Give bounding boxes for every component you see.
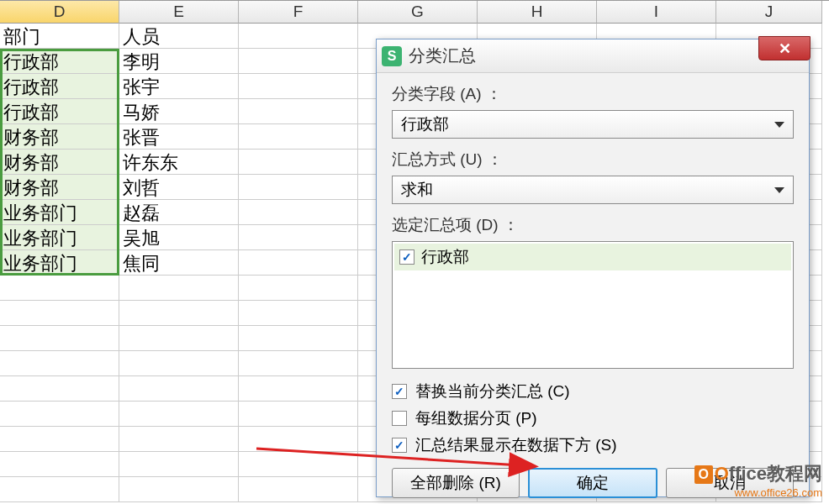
cell[interactable]: 人员 <box>119 24 239 49</box>
checkbox-icon[interactable]: ✓ <box>399 249 414 265</box>
cell[interactable] <box>119 326 239 351</box>
column-header-row: D E F G H I J <box>0 0 829 24</box>
cell[interactable] <box>239 74 358 99</box>
cell[interactable] <box>239 225 358 250</box>
dropdown-value: 求和 <box>401 179 433 201</box>
list-item[interactable]: ✓ 行政部 <box>394 244 791 270</box>
cell[interactable]: 马娇 <box>119 99 239 124</box>
dropdown-value: 行政部 <box>401 113 449 135</box>
cell[interactable]: 业务部门 <box>0 250 119 276</box>
items-label: 选定汇总项 (D) ： <box>392 214 794 236</box>
checkbox-icon[interactable] <box>392 411 407 426</box>
watermark-title: OOffice教程网 <box>694 461 822 486</box>
list-item-label: 行政部 <box>421 246 469 268</box>
cell[interactable] <box>239 326 358 351</box>
cell[interactable]: 赵磊 <box>119 200 239 225</box>
checkbox-icon[interactable]: ✓ <box>392 384 407 399</box>
cell[interactable]: 行政部 <box>0 49 119 74</box>
cell[interactable] <box>239 49 358 74</box>
cell[interactable]: 部门 <box>0 24 119 49</box>
cell[interactable] <box>239 402 358 427</box>
cell[interactable] <box>119 427 239 452</box>
cell[interactable]: 张宇 <box>119 74 239 99</box>
cell[interactable] <box>119 452 239 477</box>
cell[interactable]: 财务部 <box>0 175 119 200</box>
checkbox-label: 每组数据分页 (P) <box>415 407 537 429</box>
cell[interactable]: 财务部 <box>0 124 119 150</box>
cell[interactable] <box>239 351 358 376</box>
cell[interactable]: 刘哲 <box>119 175 239 200</box>
cell[interactable]: 行政部 <box>0 74 119 99</box>
cell[interactable] <box>0 402 119 427</box>
watermark-url: www.office26.com <box>694 486 822 499</box>
col-header-G[interactable]: G <box>358 1 478 24</box>
checkbox-label: 汇总结果显示在数据下方 (S) <box>415 434 617 456</box>
method-dropdown[interactable]: 求和 <box>392 176 794 204</box>
ok-button[interactable]: 确定 <box>528 468 657 498</box>
watermark: OOffice教程网 www.office26.com <box>694 461 822 499</box>
cell[interactable] <box>239 200 358 225</box>
dialog-body: 分类字段 (A) ： 行政部 汇总方式 (U) ： 求和 选定汇总项 (D) ：… <box>377 73 809 504</box>
cell[interactable] <box>239 427 358 452</box>
cell[interactable] <box>0 376 119 402</box>
cell[interactable] <box>0 351 119 376</box>
cell[interactable]: 李明 <box>119 49 239 74</box>
cell[interactable] <box>239 150 358 175</box>
cell[interactable] <box>119 301 239 326</box>
items-listbox[interactable]: ✓ 行政部 <box>392 241 794 369</box>
cell[interactable] <box>0 477 119 502</box>
cell[interactable] <box>0 452 119 477</box>
cell[interactable] <box>119 376 239 402</box>
chevron-down-icon <box>774 187 784 193</box>
cell[interactable] <box>119 351 239 376</box>
col-header-F[interactable]: F <box>239 1 358 24</box>
cell[interactable] <box>239 99 358 124</box>
cell[interactable] <box>0 276 119 301</box>
col-header-I[interactable]: I <box>597 1 716 24</box>
cell[interactable]: 张晋 <box>119 124 239 150</box>
checkbox-replace[interactable]: ✓ 替换当前分类汇总 (C) <box>392 381 794 402</box>
cell[interactable] <box>239 124 358 150</box>
col-header-H[interactable]: H <box>478 1 597 24</box>
cell[interactable] <box>0 427 119 452</box>
cell[interactable]: 吴旭 <box>119 225 239 250</box>
close-button[interactable]: ✕ <box>758 36 811 60</box>
field-label: 分类字段 (A) ： <box>392 83 794 105</box>
cell[interactable]: 焦同 <box>119 250 239 276</box>
cell[interactable]: 业务部门 <box>0 200 119 225</box>
checkbox-pagebreak[interactable]: 每组数据分页 (P) <box>392 407 794 429</box>
cell[interactable]: 业务部门 <box>0 225 119 250</box>
app-icon: S <box>382 46 402 66</box>
field-dropdown[interactable]: 行政部 <box>392 110 794 139</box>
cell[interactable] <box>239 452 358 477</box>
cell[interactable] <box>239 477 358 502</box>
cell[interactable] <box>239 24 358 49</box>
cell[interactable] <box>119 402 239 427</box>
cell[interactable] <box>239 276 358 301</box>
remove-all-button[interactable]: 全部删除 (R) <box>392 468 520 498</box>
col-header-D[interactable]: D <box>0 1 119 24</box>
checkbox-below[interactable]: ✓ 汇总结果显示在数据下方 (S) <box>392 434 794 456</box>
dialog-title: 分类汇总 <box>409 45 476 67</box>
cell[interactable] <box>239 175 358 200</box>
col-header-E[interactable]: E <box>119 1 239 24</box>
checkbox-icon[interactable]: ✓ <box>392 438 407 453</box>
cell[interactable] <box>239 301 358 326</box>
cell[interactable] <box>239 376 358 402</box>
cell[interactable] <box>239 250 358 276</box>
checkbox-label: 替换当前分类汇总 (C) <box>415 381 570 402</box>
cell[interactable] <box>0 301 119 326</box>
col-header-J[interactable]: J <box>716 1 822 24</box>
cell[interactable] <box>119 477 239 502</box>
chevron-down-icon <box>774 122 784 128</box>
cell[interactable]: 行政部 <box>0 99 119 124</box>
dialog-titlebar[interactable]: S 分类汇总 ✕ <box>377 39 809 73</box>
subtotal-dialog: S 分类汇总 ✕ 分类字段 (A) ： 行政部 汇总方式 (U) ： 求和 选定… <box>376 39 810 497</box>
cell[interactable] <box>119 276 239 301</box>
method-label: 汇总方式 (U) ： <box>392 149 794 171</box>
watermark-icon: O <box>694 465 713 484</box>
cell[interactable]: 财务部 <box>0 150 119 175</box>
cell[interactable] <box>0 326 119 351</box>
cell[interactable]: 许东东 <box>119 150 239 175</box>
